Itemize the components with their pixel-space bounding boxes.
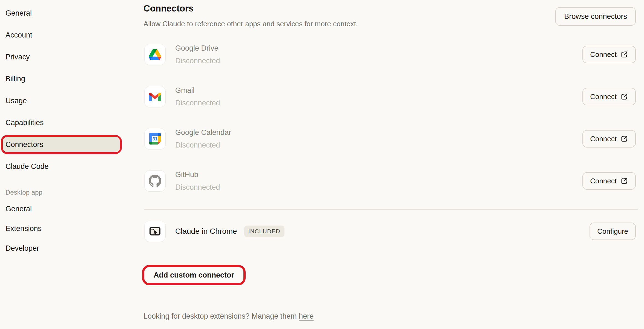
footer-text: Looking for desktop extensions? Manage t…	[143, 312, 299, 320]
sidebar-item-billing[interactable]: Billing	[0, 71, 129, 87]
external-link-icon	[620, 51, 628, 58]
connector-info: GitHub Disconnected	[175, 169, 220, 193]
connect-label: Connect	[590, 135, 617, 143]
connector-name: GitHub	[175, 169, 220, 180]
connector-status: Disconnected	[175, 97, 220, 108]
connector-info: Claude in Chrome INCLUDED	[175, 226, 284, 237]
connector-status: Disconnected	[175, 182, 220, 193]
connector-info: Gmail Disconnected	[175, 85, 220, 108]
sidebar-item-connectors-selected[interactable]: Connectors	[3, 137, 120, 152]
page-title: Connectors	[143, 3, 194, 14]
configure-label: Configure	[597, 227, 628, 236]
sidebar-item-desktop-extensions[interactable]: Extensions	[0, 220, 129, 237]
connector-status: Disconnected	[175, 140, 231, 151]
sidebar-item-usage[interactable]: Usage	[0, 93, 129, 109]
sidebar-section-desktop-app: Desktop app	[0, 184, 129, 201]
connector-row-claude-in-chrome: Claude in Chrome INCLUDED Configure	[144, 221, 636, 242]
sidebar-item-general[interactable]: General	[0, 5, 129, 21]
settings-page: General Account Privacy Billing Usage Ca…	[0, 0, 644, 329]
connector-name: Google Drive	[175, 43, 220, 54]
connector-row-gmail: Gmail Disconnected Connect	[144, 86, 636, 107]
connector-info: Google Drive Disconnected	[175, 43, 220, 66]
connect-label: Connect	[590, 50, 617, 59]
sidebar-item-account[interactable]: Account	[0, 27, 129, 43]
connector-name: Google Calendar	[175, 127, 231, 138]
connect-label: Connect	[590, 177, 617, 185]
section-divider	[144, 209, 638, 210]
connector-row-github: GitHub Disconnected Connect	[144, 170, 636, 192]
add-custom-connector-button[interactable]: Add custom connector	[144, 267, 243, 283]
connect-google-calendar-button[interactable]: Connect	[582, 130, 636, 148]
desktop-extensions-note: Looking for desktop extensions? Manage t…	[143, 312, 314, 321]
sidebar-item-desktop-developer[interactable]: Developer	[0, 240, 129, 256]
settings-sidebar: General Account Privacy Billing Usage Ca…	[0, 0, 129, 260]
configure-claude-in-chrome-button[interactable]: Configure	[590, 223, 636, 240]
connector-info: Google Calendar Disconnected	[175, 127, 231, 151]
sidebar-item-claude-code[interactable]: Claude Code	[0, 158, 129, 175]
connector-row-google-calendar: 31 Google Calendar Disconnected Connect	[144, 128, 636, 149]
external-link-icon	[620, 135, 628, 143]
google-drive-icon	[144, 44, 166, 65]
connector-row-google-drive: Google Drive Disconnected Connect	[144, 44, 636, 65]
sidebar-item-privacy[interactable]: Privacy	[0, 49, 129, 65]
page-subtitle: Allow Claude to reference other apps and…	[143, 20, 358, 28]
connect-github-button[interactable]: Connect	[582, 172, 636, 190]
browse-connectors-button[interactable]: Browse connectors	[555, 7, 636, 26]
included-badge: INCLUDED	[244, 226, 284, 237]
manage-extensions-link[interactable]: here	[299, 312, 314, 320]
google-calendar-icon: 31	[144, 128, 166, 149]
connect-google-drive-button[interactable]: Connect	[582, 46, 636, 63]
connector-name: Gmail	[175, 85, 220, 96]
connector-status: Disconnected	[175, 55, 220, 66]
external-link-icon	[620, 177, 628, 185]
gmail-icon	[144, 86, 166, 107]
external-link-icon	[620, 93, 628, 100]
add-custom-annotation-ring: Add custom connector	[142, 265, 246, 285]
sidebar-item-capabilities[interactable]: Capabilities	[0, 114, 129, 131]
connectors-annotation-ring: Connectors	[1, 135, 122, 154]
browse-connectors-label: Browse connectors	[564, 12, 627, 21]
connector-name: Claude in Chrome	[175, 227, 237, 236]
connect-label: Connect	[590, 93, 617, 101]
connect-gmail-button[interactable]: Connect	[582, 88, 636, 105]
svg-text:31: 31	[153, 136, 157, 141]
claude-in-chrome-icon	[144, 221, 166, 242]
github-icon	[144, 170, 166, 192]
sidebar-item-desktop-general[interactable]: General	[0, 201, 129, 217]
